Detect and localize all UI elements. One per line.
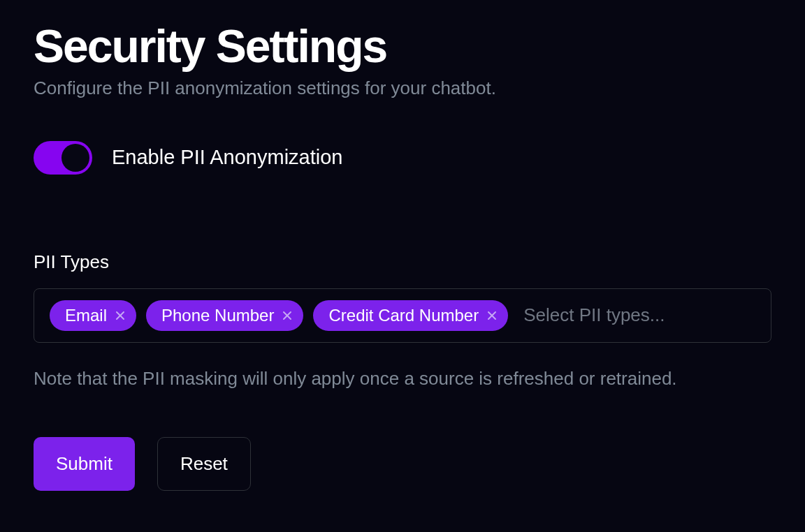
pii-anonymization-toggle[interactable] bbox=[34, 141, 92, 175]
pii-anonymization-toggle-row: Enable PII Anonymization bbox=[34, 141, 771, 175]
pii-type-chip: Phone Number bbox=[146, 300, 303, 331]
pii-anonymization-toggle-label: Enable PII Anonymization bbox=[112, 146, 342, 169]
pii-masking-note: Note that the PII masking will only appl… bbox=[34, 368, 771, 390]
form-actions: Submit Reset bbox=[34, 437, 771, 491]
remove-chip-icon[interactable] bbox=[487, 311, 497, 320]
submit-button[interactable]: Submit bbox=[34, 437, 135, 491]
pii-types-input[interactable] bbox=[518, 302, 755, 329]
toggle-knob bbox=[61, 144, 89, 172]
pii-types-multiselect[interactable]: Email Phone Number Credit Card Number bbox=[34, 288, 771, 343]
pii-type-chip: Credit Card Number bbox=[313, 300, 508, 331]
pii-type-chip: Email bbox=[50, 300, 136, 331]
pii-type-chip-label: Email bbox=[65, 306, 107, 325]
reset-button[interactable]: Reset bbox=[157, 437, 251, 491]
pii-type-chip-label: Phone Number bbox=[161, 306, 274, 325]
remove-chip-icon[interactable] bbox=[282, 311, 292, 320]
pii-type-chip-label: Credit Card Number bbox=[328, 306, 479, 325]
pii-types-label: PII Types bbox=[34, 251, 771, 273]
remove-chip-icon[interactable] bbox=[115, 311, 125, 320]
page-title: Security Settings bbox=[34, 21, 771, 72]
page-subtitle: Configure the PII anonymization settings… bbox=[34, 77, 771, 99]
